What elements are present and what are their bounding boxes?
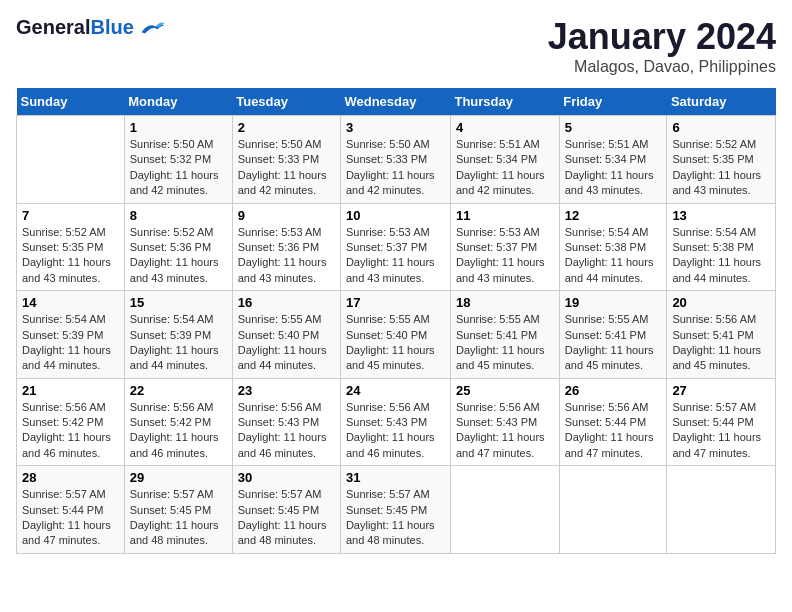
day-info: Sunrise: 5:56 AM Sunset: 5:43 PM Dayligh… [456, 400, 554, 462]
day-of-week-header: Wednesday [340, 88, 450, 116]
day-number: 11 [456, 208, 554, 223]
day-number: 24 [346, 383, 445, 398]
calendar-day-cell: 2Sunrise: 5:50 AM Sunset: 5:33 PM Daylig… [232, 116, 340, 204]
day-info: Sunrise: 5:54 AM Sunset: 5:38 PM Dayligh… [672, 225, 770, 287]
day-number: 5 [565, 120, 662, 135]
day-info: Sunrise: 5:56 AM Sunset: 5:41 PM Dayligh… [672, 312, 770, 374]
day-number: 6 [672, 120, 770, 135]
day-of-week-header: Saturday [667, 88, 776, 116]
calendar-day-cell: 10Sunrise: 5:53 AM Sunset: 5:37 PM Dayli… [340, 203, 450, 291]
day-info: Sunrise: 5:56 AM Sunset: 5:43 PM Dayligh… [238, 400, 335, 462]
day-info: Sunrise: 5:57 AM Sunset: 5:44 PM Dayligh… [672, 400, 770, 462]
calendar-day-cell: 11Sunrise: 5:53 AM Sunset: 5:37 PM Dayli… [450, 203, 559, 291]
day-of-week-header: Thursday [450, 88, 559, 116]
calendar-day-cell: 1Sunrise: 5:50 AM Sunset: 5:32 PM Daylig… [124, 116, 232, 204]
calendar-day-cell: 5Sunrise: 5:51 AM Sunset: 5:34 PM Daylig… [559, 116, 667, 204]
calendar-day-cell: 7Sunrise: 5:52 AM Sunset: 5:35 PM Daylig… [17, 203, 125, 291]
day-info: Sunrise: 5:56 AM Sunset: 5:42 PM Dayligh… [130, 400, 227, 462]
day-number: 8 [130, 208, 227, 223]
calendar-day-cell [667, 466, 776, 554]
day-info: Sunrise: 5:52 AM Sunset: 5:35 PM Dayligh… [672, 137, 770, 199]
day-number: 9 [238, 208, 335, 223]
calendar-day-cell: 25Sunrise: 5:56 AM Sunset: 5:43 PM Dayli… [450, 378, 559, 466]
day-info: Sunrise: 5:57 AM Sunset: 5:44 PM Dayligh… [22, 487, 119, 549]
day-number: 17 [346, 295, 445, 310]
day-of-week-header: Monday [124, 88, 232, 116]
day-number: 22 [130, 383, 227, 398]
calendar-day-cell: 24Sunrise: 5:56 AM Sunset: 5:43 PM Dayli… [340, 378, 450, 466]
day-info: Sunrise: 5:51 AM Sunset: 5:34 PM Dayligh… [565, 137, 662, 199]
day-info: Sunrise: 5:52 AM Sunset: 5:35 PM Dayligh… [22, 225, 119, 287]
day-info: Sunrise: 5:54 AM Sunset: 5:39 PM Dayligh… [22, 312, 119, 374]
title-area: January 2024 Malagos, Davao, Philippines [548, 16, 776, 76]
day-number: 27 [672, 383, 770, 398]
day-number: 2 [238, 120, 335, 135]
calendar-day-cell: 18Sunrise: 5:55 AM Sunset: 5:41 PM Dayli… [450, 291, 559, 379]
day-of-week-header: Sunday [17, 88, 125, 116]
calendar-day-cell: 3Sunrise: 5:50 AM Sunset: 5:33 PM Daylig… [340, 116, 450, 204]
calendar-week-row: 21Sunrise: 5:56 AM Sunset: 5:42 PM Dayli… [17, 378, 776, 466]
day-info: Sunrise: 5:55 AM Sunset: 5:40 PM Dayligh… [346, 312, 445, 374]
day-info: Sunrise: 5:53 AM Sunset: 5:36 PM Dayligh… [238, 225, 335, 287]
calendar-day-cell: 30Sunrise: 5:57 AM Sunset: 5:45 PM Dayli… [232, 466, 340, 554]
calendar-day-cell: 27Sunrise: 5:57 AM Sunset: 5:44 PM Dayli… [667, 378, 776, 466]
logo-bird-icon [138, 18, 166, 38]
day-number: 16 [238, 295, 335, 310]
day-number: 20 [672, 295, 770, 310]
calendar-day-cell: 4Sunrise: 5:51 AM Sunset: 5:34 PM Daylig… [450, 116, 559, 204]
calendar-day-cell: 9Sunrise: 5:53 AM Sunset: 5:36 PM Daylig… [232, 203, 340, 291]
calendar-day-cell: 12Sunrise: 5:54 AM Sunset: 5:38 PM Dayli… [559, 203, 667, 291]
day-info: Sunrise: 5:50 AM Sunset: 5:32 PM Dayligh… [130, 137, 227, 199]
day-info: Sunrise: 5:50 AM Sunset: 5:33 PM Dayligh… [346, 137, 445, 199]
day-number: 3 [346, 120, 445, 135]
day-number: 18 [456, 295, 554, 310]
day-info: Sunrise: 5:50 AM Sunset: 5:33 PM Dayligh… [238, 137, 335, 199]
day-number: 25 [456, 383, 554, 398]
calendar-day-cell [450, 466, 559, 554]
calendar-day-cell: 26Sunrise: 5:56 AM Sunset: 5:44 PM Dayli… [559, 378, 667, 466]
day-number: 19 [565, 295, 662, 310]
day-info: Sunrise: 5:56 AM Sunset: 5:42 PM Dayligh… [22, 400, 119, 462]
calendar-week-row: 7Sunrise: 5:52 AM Sunset: 5:35 PM Daylig… [17, 203, 776, 291]
calendar-day-cell: 16Sunrise: 5:55 AM Sunset: 5:40 PM Dayli… [232, 291, 340, 379]
day-number: 30 [238, 470, 335, 485]
day-info: Sunrise: 5:54 AM Sunset: 5:39 PM Dayligh… [130, 312, 227, 374]
calendar-subtitle: Malagos, Davao, Philippines [548, 58, 776, 76]
day-info: Sunrise: 5:52 AM Sunset: 5:36 PM Dayligh… [130, 225, 227, 287]
calendar-day-cell: 17Sunrise: 5:55 AM Sunset: 5:40 PM Dayli… [340, 291, 450, 379]
day-number: 13 [672, 208, 770, 223]
calendar-day-cell: 6Sunrise: 5:52 AM Sunset: 5:35 PM Daylig… [667, 116, 776, 204]
calendar-week-row: 28Sunrise: 5:57 AM Sunset: 5:44 PM Dayli… [17, 466, 776, 554]
calendar-day-cell: 19Sunrise: 5:55 AM Sunset: 5:41 PM Dayli… [559, 291, 667, 379]
calendar-day-cell: 20Sunrise: 5:56 AM Sunset: 5:41 PM Dayli… [667, 291, 776, 379]
calendar-day-cell: 13Sunrise: 5:54 AM Sunset: 5:38 PM Dayli… [667, 203, 776, 291]
day-number: 14 [22, 295, 119, 310]
day-number: 1 [130, 120, 227, 135]
day-info: Sunrise: 5:57 AM Sunset: 5:45 PM Dayligh… [130, 487, 227, 549]
day-info: Sunrise: 5:57 AM Sunset: 5:45 PM Dayligh… [238, 487, 335, 549]
day-number: 31 [346, 470, 445, 485]
day-number: 10 [346, 208, 445, 223]
calendar-day-cell: 21Sunrise: 5:56 AM Sunset: 5:42 PM Dayli… [17, 378, 125, 466]
calendar-day-cell: 28Sunrise: 5:57 AM Sunset: 5:44 PM Dayli… [17, 466, 125, 554]
calendar-day-cell [17, 116, 125, 204]
calendar-day-cell [559, 466, 667, 554]
calendar-day-cell: 15Sunrise: 5:54 AM Sunset: 5:39 PM Dayli… [124, 291, 232, 379]
calendar-day-cell: 23Sunrise: 5:56 AM Sunset: 5:43 PM Dayli… [232, 378, 340, 466]
logo: GeneralBlue [16, 16, 166, 39]
calendar-table: SundayMondayTuesdayWednesdayThursdayFrid… [16, 88, 776, 554]
day-of-week-header: Friday [559, 88, 667, 116]
calendar-title: January 2024 [548, 16, 776, 58]
day-info: Sunrise: 5:57 AM Sunset: 5:45 PM Dayligh… [346, 487, 445, 549]
day-info: Sunrise: 5:55 AM Sunset: 5:40 PM Dayligh… [238, 312, 335, 374]
calendar-day-cell: 29Sunrise: 5:57 AM Sunset: 5:45 PM Dayli… [124, 466, 232, 554]
day-info: Sunrise: 5:53 AM Sunset: 5:37 PM Dayligh… [456, 225, 554, 287]
day-info: Sunrise: 5:55 AM Sunset: 5:41 PM Dayligh… [456, 312, 554, 374]
day-number: 12 [565, 208, 662, 223]
page-header: GeneralBlue January 2024 Malagos, Davao,… [16, 16, 776, 76]
day-info: Sunrise: 5:54 AM Sunset: 5:38 PM Dayligh… [565, 225, 662, 287]
calendar-day-cell: 22Sunrise: 5:56 AM Sunset: 5:42 PM Dayli… [124, 378, 232, 466]
calendar-week-row: 1Sunrise: 5:50 AM Sunset: 5:32 PM Daylig… [17, 116, 776, 204]
calendar-day-cell: 8Sunrise: 5:52 AM Sunset: 5:36 PM Daylig… [124, 203, 232, 291]
calendar-day-cell: 31Sunrise: 5:57 AM Sunset: 5:45 PM Dayli… [340, 466, 450, 554]
